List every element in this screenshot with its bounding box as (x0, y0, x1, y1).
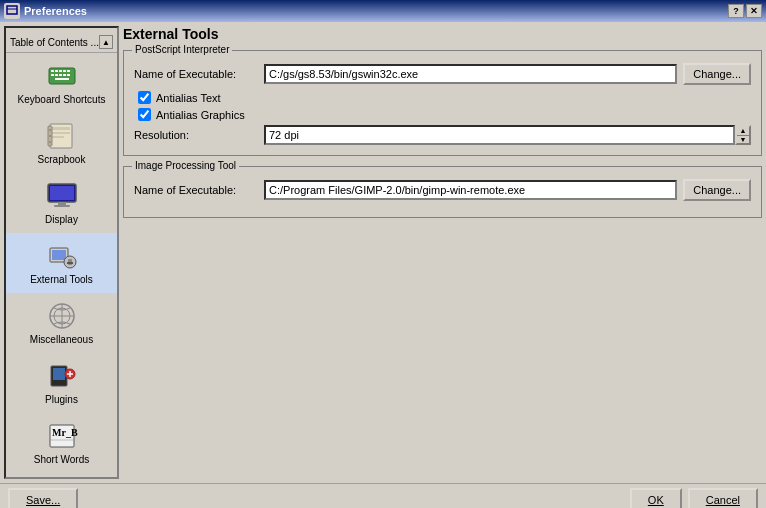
postscript-change-button[interactable]: Change... (683, 63, 751, 85)
resolution-spin-up[interactable]: ▲ (737, 127, 749, 136)
antialias-text-row: Antialias Text (138, 91, 751, 104)
content-area: Table of Contents ... ▲ (0, 22, 766, 483)
svg-rect-23 (50, 186, 74, 200)
resolution-spin-down[interactable]: ▼ (737, 136, 749, 144)
sidebar-item-label: Display (45, 214, 78, 226)
main-container: Table of Contents ... ▲ (0, 22, 766, 508)
sidebar-item-label: Keyboard Shortcuts (18, 94, 106, 106)
sidebar-item-label: Scrapbook (38, 154, 86, 166)
svg-rect-8 (51, 74, 54, 76)
svg-rect-5 (59, 70, 62, 72)
resolution-label: Resolution: (134, 129, 264, 141)
bottom-bar: Save... OK Cancel (0, 483, 766, 508)
svg-rect-36 (53, 368, 65, 380)
window-title: Preferences (24, 5, 87, 17)
svg-rect-12 (67, 74, 70, 76)
sidebar-item-label: Short Words (34, 454, 89, 466)
antialias-text-checkbox[interactable] (138, 91, 151, 104)
sidebar-item-miscellaneous[interactable]: Miscellaneous (6, 293, 117, 353)
svg-rect-25 (54, 205, 70, 207)
svg-rect-13 (55, 78, 69, 80)
ok-button[interactable]: OK (630, 488, 682, 508)
svg-rect-16 (52, 132, 70, 134)
resolution-spin: ▲ ▼ (735, 125, 751, 145)
sidebar-item-label: External Tools (30, 274, 93, 286)
svg-rect-9 (55, 74, 58, 76)
external-tools-icon (46, 240, 78, 272)
right-panel: External Tools PostScript Interpreter Na… (123, 26, 762, 479)
antialias-graphics-row: Antialias Graphics (138, 108, 751, 121)
postscript-executable-row: Name of Executable: Change... (134, 63, 751, 85)
bottom-left: Save... (8, 488, 78, 508)
close-button[interactable]: ✕ (746, 4, 762, 18)
antialias-text-label[interactable]: Antialias Text (156, 92, 221, 104)
svg-point-20 (49, 135, 51, 137)
panel-title: External Tools (123, 26, 762, 42)
toc-header[interactable]: Table of Contents ... ▲ (6, 32, 117, 53)
svg-rect-15 (52, 127, 70, 130)
keyboard-icon (46, 60, 78, 92)
sidebar-item-label: Plugins (45, 394, 78, 406)
svg-point-21 (49, 141, 51, 143)
sidebar-item-short-words[interactable]: Mr_B Short Words (6, 413, 117, 473)
image-processing-legend: Image Processing Tool (132, 160, 239, 171)
scrapbook-icon (46, 120, 78, 152)
cancel-button[interactable]: Cancel (688, 488, 758, 508)
svg-text:Mr_B: Mr_B (52, 427, 78, 438)
svg-rect-27 (52, 250, 66, 260)
resolution-input[interactable] (264, 125, 735, 145)
svg-rect-3 (51, 70, 54, 72)
title-bar: Preferences ? ✕ (0, 0, 766, 22)
display-icon (46, 180, 78, 212)
svg-rect-11 (63, 74, 66, 76)
svg-rect-4 (55, 70, 58, 72)
toc-label: Table of Contents ... (10, 37, 99, 48)
svg-rect-24 (58, 202, 66, 205)
image-processing-executable-input[interactable] (264, 180, 677, 200)
save-button[interactable]: Save... (8, 488, 78, 508)
sidebar-item-display[interactable]: Display (6, 173, 117, 233)
short-words-icon: Mr_B (46, 420, 78, 452)
svg-point-19 (49, 129, 51, 131)
sidebar-item-label: Miscellaneous (30, 334, 93, 346)
plugins-icon (46, 360, 78, 392)
antialias-graphics-checkbox[interactable] (138, 108, 151, 121)
svg-rect-7 (67, 70, 70, 72)
toc-scroll-btn[interactable]: ▲ (99, 35, 113, 49)
postscript-group: PostScript Interpreter Name of Executabl… (123, 50, 762, 156)
svg-rect-0 (7, 6, 17, 14)
help-button[interactable]: ? (728, 4, 744, 18)
resolution-row: Resolution: ▲ ▼ (134, 125, 751, 145)
bottom-right: OK Cancel (630, 488, 758, 508)
postscript-executable-label: Name of Executable: (134, 68, 264, 80)
image-processing-change-button[interactable]: Change... (683, 179, 751, 201)
sidebar-item-plugins[interactable]: Plugins (6, 353, 117, 413)
svg-rect-17 (52, 136, 64, 138)
antialias-graphics-label[interactable]: Antialias Graphics (156, 109, 245, 121)
sidebar: Table of Contents ... ▲ (4, 26, 119, 479)
svg-rect-6 (63, 70, 66, 72)
svg-rect-30 (67, 262, 73, 264)
svg-rect-10 (59, 74, 62, 76)
miscellaneous-icon (46, 300, 78, 332)
window-icon (4, 3, 20, 19)
image-processing-executable-label: Name of Executable: (134, 184, 264, 196)
image-processing-group: Image Processing Tool Name of Executable… (123, 166, 762, 218)
image-processing-executable-row: Name of Executable: Change... (134, 179, 751, 201)
sidebar-item-external-tools[interactable]: External Tools (6, 233, 117, 293)
sidebar-item-keyboard-shortcuts[interactable]: Keyboard Shortcuts (6, 53, 117, 113)
postscript-executable-input[interactable] (264, 64, 677, 84)
sidebar-item-scrapbook[interactable]: Scrapbook (6, 113, 117, 173)
postscript-legend: PostScript Interpreter (132, 44, 232, 55)
